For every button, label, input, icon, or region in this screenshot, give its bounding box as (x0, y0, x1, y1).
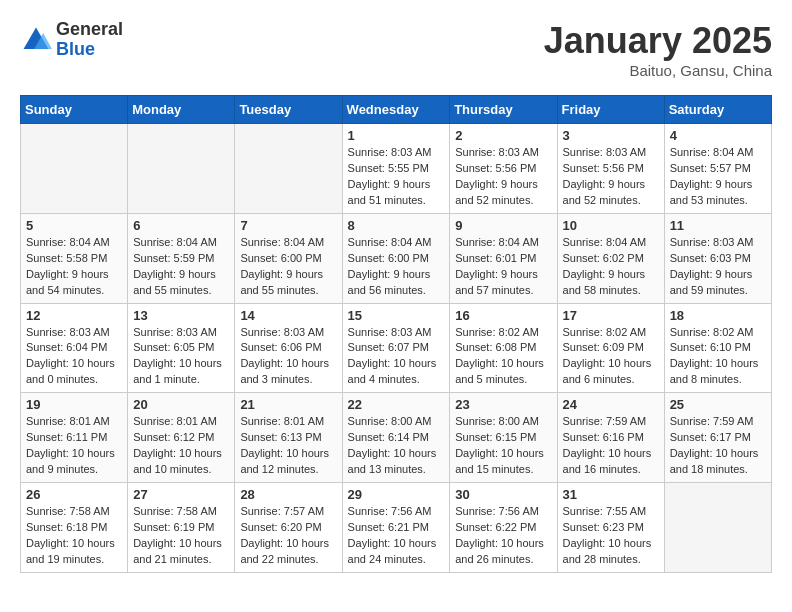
day-number: 9 (455, 218, 551, 233)
day-info: Sunrise: 8:04 AM Sunset: 6:01 PM Dayligh… (455, 235, 551, 299)
day-info: Sunrise: 7:55 AM Sunset: 6:23 PM Dayligh… (563, 504, 659, 568)
day-info: Sunrise: 8:03 AM Sunset: 6:07 PM Dayligh… (348, 325, 445, 389)
calendar-cell: 29Sunrise: 7:56 AM Sunset: 6:21 PM Dayli… (342, 483, 450, 573)
calendar-cell: 19Sunrise: 8:01 AM Sunset: 6:11 PM Dayli… (21, 393, 128, 483)
calendar-cell: 5Sunrise: 8:04 AM Sunset: 5:58 PM Daylig… (21, 213, 128, 303)
day-number: 28 (240, 487, 336, 502)
location-text: Baituo, Gansu, China (544, 62, 772, 79)
logo: General Blue (20, 20, 123, 60)
day-number: 23 (455, 397, 551, 412)
calendar-cell: 8Sunrise: 8:04 AM Sunset: 6:00 PM Daylig… (342, 213, 450, 303)
calendar-cell: 4Sunrise: 8:04 AM Sunset: 5:57 PM Daylig… (664, 124, 771, 214)
logo-blue-text: Blue (56, 39, 95, 59)
calendar-cell: 26Sunrise: 7:58 AM Sunset: 6:18 PM Dayli… (21, 483, 128, 573)
calendar-table: SundayMondayTuesdayWednesdayThursdayFrid… (20, 95, 772, 573)
calendar-cell: 10Sunrise: 8:04 AM Sunset: 6:02 PM Dayli… (557, 213, 664, 303)
day-number: 14 (240, 308, 336, 323)
calendar-cell: 12Sunrise: 8:03 AM Sunset: 6:04 PM Dayli… (21, 303, 128, 393)
day-info: Sunrise: 8:03 AM Sunset: 6:03 PM Dayligh… (670, 235, 766, 299)
day-info: Sunrise: 8:03 AM Sunset: 6:05 PM Dayligh… (133, 325, 229, 389)
day-number: 29 (348, 487, 445, 502)
logo-icon (20, 24, 52, 56)
calendar-week-3: 12Sunrise: 8:03 AM Sunset: 6:04 PM Dayli… (21, 303, 772, 393)
day-number: 3 (563, 128, 659, 143)
day-info: Sunrise: 7:56 AM Sunset: 6:22 PM Dayligh… (455, 504, 551, 568)
calendar-cell: 3Sunrise: 8:03 AM Sunset: 5:56 PM Daylig… (557, 124, 664, 214)
calendar-cell: 9Sunrise: 8:04 AM Sunset: 6:01 PM Daylig… (450, 213, 557, 303)
calendar-week-1: 1Sunrise: 8:03 AM Sunset: 5:55 PM Daylig… (21, 124, 772, 214)
day-info: Sunrise: 7:59 AM Sunset: 6:16 PM Dayligh… (563, 414, 659, 478)
day-info: Sunrise: 7:57 AM Sunset: 6:20 PM Dayligh… (240, 504, 336, 568)
calendar-cell: 18Sunrise: 8:02 AM Sunset: 6:10 PM Dayli… (664, 303, 771, 393)
day-info: Sunrise: 8:04 AM Sunset: 5:57 PM Dayligh… (670, 145, 766, 209)
calendar-cell: 27Sunrise: 7:58 AM Sunset: 6:19 PM Dayli… (128, 483, 235, 573)
day-number: 1 (348, 128, 445, 143)
page-header: General Blue January 2025 Baituo, Gansu,… (20, 20, 772, 79)
calendar-cell: 21Sunrise: 8:01 AM Sunset: 6:13 PM Dayli… (235, 393, 342, 483)
calendar-cell: 17Sunrise: 8:02 AM Sunset: 6:09 PM Dayli… (557, 303, 664, 393)
day-number: 8 (348, 218, 445, 233)
day-info: Sunrise: 7:56 AM Sunset: 6:21 PM Dayligh… (348, 504, 445, 568)
day-info: Sunrise: 8:02 AM Sunset: 6:09 PM Dayligh… (563, 325, 659, 389)
calendar-cell: 20Sunrise: 8:01 AM Sunset: 6:12 PM Dayli… (128, 393, 235, 483)
day-number: 26 (26, 487, 122, 502)
day-number: 6 (133, 218, 229, 233)
day-info: Sunrise: 8:01 AM Sunset: 6:13 PM Dayligh… (240, 414, 336, 478)
day-info: Sunrise: 8:03 AM Sunset: 5:55 PM Dayligh… (348, 145, 445, 209)
day-number: 17 (563, 308, 659, 323)
day-info: Sunrise: 8:03 AM Sunset: 6:04 PM Dayligh… (26, 325, 122, 389)
day-info: Sunrise: 8:04 AM Sunset: 5:58 PM Dayligh… (26, 235, 122, 299)
day-number: 4 (670, 128, 766, 143)
calendar-cell: 31Sunrise: 7:55 AM Sunset: 6:23 PM Dayli… (557, 483, 664, 573)
calendar-week-5: 26Sunrise: 7:58 AM Sunset: 6:18 PM Dayli… (21, 483, 772, 573)
title-block: January 2025 Baituo, Gansu, China (544, 20, 772, 79)
day-info: Sunrise: 7:59 AM Sunset: 6:17 PM Dayligh… (670, 414, 766, 478)
calendar-cell (235, 124, 342, 214)
day-number: 25 (670, 397, 766, 412)
day-number: 2 (455, 128, 551, 143)
day-info: Sunrise: 7:58 AM Sunset: 6:18 PM Dayligh… (26, 504, 122, 568)
day-number: 16 (455, 308, 551, 323)
day-number: 20 (133, 397, 229, 412)
day-number: 7 (240, 218, 336, 233)
day-info: Sunrise: 8:03 AM Sunset: 6:06 PM Dayligh… (240, 325, 336, 389)
day-number: 19 (26, 397, 122, 412)
day-info: Sunrise: 8:04 AM Sunset: 6:00 PM Dayligh… (348, 235, 445, 299)
day-number: 21 (240, 397, 336, 412)
day-info: Sunrise: 8:04 AM Sunset: 6:02 PM Dayligh… (563, 235, 659, 299)
weekday-wednesday: Wednesday (342, 96, 450, 124)
weekday-friday: Friday (557, 96, 664, 124)
day-number: 24 (563, 397, 659, 412)
day-number: 30 (455, 487, 551, 502)
month-title: January 2025 (544, 20, 772, 62)
calendar-cell (128, 124, 235, 214)
calendar-cell: 6Sunrise: 8:04 AM Sunset: 5:59 PM Daylig… (128, 213, 235, 303)
calendar-cell: 15Sunrise: 8:03 AM Sunset: 6:07 PM Dayli… (342, 303, 450, 393)
day-number: 15 (348, 308, 445, 323)
day-number: 10 (563, 218, 659, 233)
day-number: 12 (26, 308, 122, 323)
day-info: Sunrise: 8:02 AM Sunset: 6:10 PM Dayligh… (670, 325, 766, 389)
day-number: 11 (670, 218, 766, 233)
calendar-cell: 28Sunrise: 7:57 AM Sunset: 6:20 PM Dayli… (235, 483, 342, 573)
logo-general-text: General (56, 19, 123, 39)
calendar-cell (664, 483, 771, 573)
weekday-sunday: Sunday (21, 96, 128, 124)
calendar-body: 1Sunrise: 8:03 AM Sunset: 5:55 PM Daylig… (21, 124, 772, 573)
calendar-cell: 14Sunrise: 8:03 AM Sunset: 6:06 PM Dayli… (235, 303, 342, 393)
weekday-thursday: Thursday (450, 96, 557, 124)
day-info: Sunrise: 8:01 AM Sunset: 6:12 PM Dayligh… (133, 414, 229, 478)
calendar-cell: 1Sunrise: 8:03 AM Sunset: 5:55 PM Daylig… (342, 124, 450, 214)
calendar-cell: 25Sunrise: 7:59 AM Sunset: 6:17 PM Dayli… (664, 393, 771, 483)
day-number: 31 (563, 487, 659, 502)
calendar-cell: 24Sunrise: 7:59 AM Sunset: 6:16 PM Dayli… (557, 393, 664, 483)
calendar-cell: 23Sunrise: 8:00 AM Sunset: 6:15 PM Dayli… (450, 393, 557, 483)
day-info: Sunrise: 8:03 AM Sunset: 5:56 PM Dayligh… (563, 145, 659, 209)
weekday-tuesday: Tuesday (235, 96, 342, 124)
day-number: 5 (26, 218, 122, 233)
calendar-week-4: 19Sunrise: 8:01 AM Sunset: 6:11 PM Dayli… (21, 393, 772, 483)
calendar-cell: 11Sunrise: 8:03 AM Sunset: 6:03 PM Dayli… (664, 213, 771, 303)
weekday-saturday: Saturday (664, 96, 771, 124)
day-number: 22 (348, 397, 445, 412)
calendar-cell: 22Sunrise: 8:00 AM Sunset: 6:14 PM Dayli… (342, 393, 450, 483)
